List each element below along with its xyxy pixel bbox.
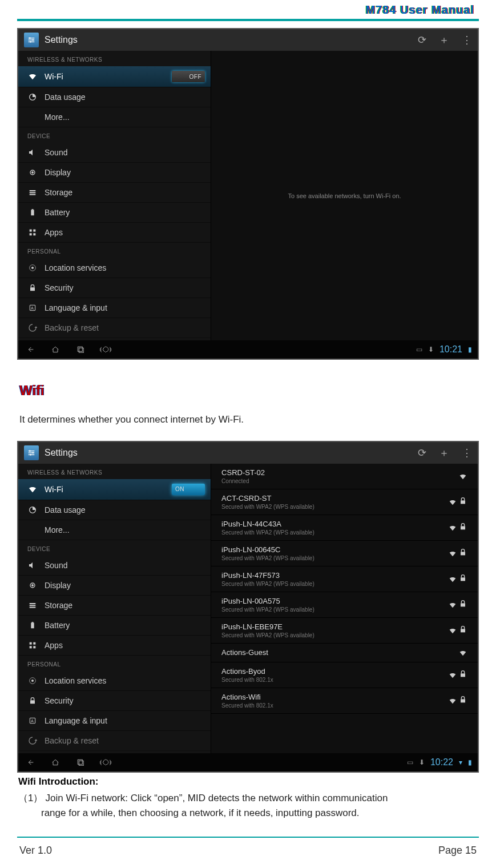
wifi-status-icon: ▾ [459,758,462,766]
recent-apps-button[interactable] [74,344,87,355]
wifi-network-row[interactable]: iPush-LN-00A575Secured with WPA2 (WPS av… [211,592,478,618]
wifi-network-row[interactable]: iPush-LN-00645CSecured with WPA2 (WPS av… [211,541,478,566]
app-title: Settings [45,35,78,45]
wifi-network-row[interactable]: Actions-ByodSecured with 802.1x [211,662,478,688]
home-button[interactable] [49,344,62,355]
sidebar-item-battery[interactable]: Battery [18,203,211,223]
sidebar-security-label: Security [45,283,205,292]
sidebar-item-wifi[interactable]: Wi-Fi OFF [18,66,211,87]
backup-icon [27,736,38,746]
wifi-network-row[interactable]: iPush-LN-44C43ASecured with WPA2 (WPS av… [211,515,478,541]
back-button[interactable] [24,344,37,355]
sidebar-item-storage[interactable]: Storage [18,183,211,203]
svg-rect-55 [461,699,465,702]
screenshot-settings-wifi-on: Settings ⟳ ＋ ⋮ WIRELESS & NETWORKS Wi-Fi… [17,441,479,773]
back-button[interactable] [24,757,37,767]
section-personal: PERSONAL [18,243,211,258]
wifi-network-row[interactable]: CSRD-ST-02Connected [211,464,478,489]
wifi-network-row[interactable]: ACT-CSRD-STSecured with WPA2 (WPS availa… [211,489,478,515]
wifi-network-row[interactable]: Actions-WifiSecured with 802.1x [211,688,478,714]
svg-rect-39 [30,642,32,644]
svg-rect-24 [79,348,83,352]
home-button[interactable] [49,757,62,767]
add-icon[interactable]: ＋ [439,33,449,47]
wifi-ssid: iPush-LN-47F573 [221,571,314,580]
wifi-toggle-off[interactable]: OFF [172,71,205,82]
wifi-toggle-on[interactable]: ON [172,484,205,495]
sidebar-item-apps[interactable]: Apps [18,223,211,243]
clock-text: 10:21 [439,344,462,355]
sidebar-wifi-label: Wi-Fi [45,72,172,81]
sidebar-item-data-usage[interactable]: Data usage [18,87,211,107]
sidebar-item-more[interactable]: More... [18,107,211,127]
storage-icon [27,187,38,198]
wifi-network-row[interactable]: iPush-LN-EBE97ESecured with WPA2 (WPS av… [211,618,478,644]
svg-rect-48 [461,500,465,504]
svg-point-43 [31,680,34,682]
svg-point-3 [29,37,31,39]
sidebar-item-backup[interactable]: Backup & reset [18,318,211,338]
wifi-ssid: iPush-LN-00645C [221,545,314,554]
wifi-lock-icon [458,695,467,706]
refresh-icon[interactable]: ⟳ [418,34,426,46]
sidebar-battery-label: Battery [45,621,205,630]
sd-card-icon: ▭ [407,758,413,766]
sidebar-sound-label: Sound [45,561,205,570]
settings-icon [24,445,39,460]
apps-icon [27,227,38,238]
sidebar-item-language[interactable]: ALanguage & input [18,711,211,731]
screenshot-button[interactable]: ⟬◯⟭ [99,344,112,355]
svg-rect-52 [461,603,465,606]
sidebar-item-location[interactable]: Location services [18,671,211,691]
sidebar-item-sound[interactable]: Sound [18,143,211,163]
sidebar-item-battery[interactable]: Battery [18,616,211,636]
svg-text:A: A [31,718,34,722]
sidebar-item-security[interactable]: Security [18,278,211,298]
sidebar-item-sound[interactable]: Sound [18,556,211,576]
sidebar-apps-label: Apps [45,228,205,237]
svg-rect-35 [30,605,36,606]
battery-icon [27,207,38,218]
sidebar-storage-label: Storage [45,601,205,610]
wifi-signal-icon [448,669,467,680]
intro-item-line2: range for a while, then choosing a netwo… [18,806,478,821]
sidebar-item-storage[interactable]: Storage [18,596,211,616]
sidebar-item-display[interactable]: Display [18,576,211,596]
system-nav-bar: ⟬◯⟭ ▭ ⬇ 10:22 ▾ ▮ [18,753,478,771]
sidebar-security-label: Security [45,696,205,705]
sidebar-item-apps[interactable]: Apps [18,636,211,656]
wifi-ssid: iPush-LN-44C43A [221,520,314,528]
sidebar-item-security[interactable]: Security [18,691,211,711]
location-icon [27,263,38,273]
wifi-network-row[interactable]: Actions-Guest [211,644,478,662]
sidebar-item-backup[interactable]: Backup & reset [18,731,211,751]
svg-rect-36 [30,606,36,608]
add-icon[interactable]: ＋ [439,446,449,460]
sidebar-item-wifi[interactable]: Wi-Fi ON [18,479,211,500]
svg-rect-20 [30,287,35,291]
sidebar-item-display[interactable]: Display [18,163,211,183]
screenshot-button[interactable]: ⟬◯⟭ [99,757,112,767]
battery-status-icon: ▮ [468,758,472,766]
section-wireless: WIRELESS & NETWORKS [18,51,211,66]
wifi-security-text: Secured with WPA2 (WPS available) [221,529,314,536]
blank-icon [27,112,38,122]
overflow-menu-icon[interactable]: ⋮ [462,447,472,459]
svg-rect-40 [33,642,35,644]
sidebar-item-data-usage[interactable]: Data usage [18,500,211,520]
recent-apps-button[interactable] [74,757,87,767]
sidebar-item-location[interactable]: Location services [18,258,211,278]
overflow-menu-icon[interactable]: ⋮ [462,34,472,46]
sidebar-backup-label: Backup & reset [45,736,205,745]
svg-rect-11 [30,194,36,195]
svg-rect-53 [461,629,465,632]
svg-point-28 [29,450,31,452]
svg-rect-23 [78,347,82,351]
svg-point-30 [30,454,31,456]
sidebar-item-language[interactable]: ALanguage & input [18,298,211,318]
wifi-ssid: ACT-CSRD-ST [221,494,314,503]
wifi-network-row[interactable]: iPush-LN-47F573Secured with WPA2 (WPS av… [211,566,478,592]
sidebar-item-more[interactable]: More... [18,520,211,540]
svg-rect-49 [461,526,465,529]
refresh-icon[interactable]: ⟳ [418,447,426,459]
